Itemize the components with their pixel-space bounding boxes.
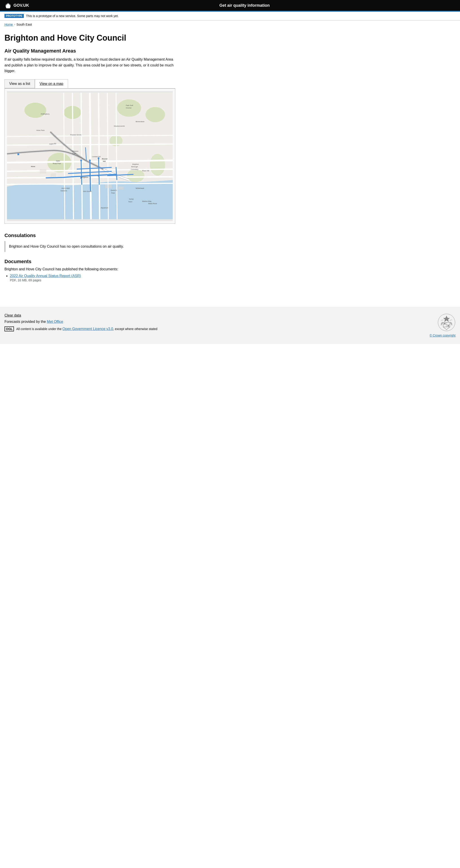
svg-rect-65 (105, 184, 112, 188)
forecasts-label: Forecasts provided by the (4, 320, 47, 323)
documents-intro: Brighton and Hove City Council has publi… (4, 267, 175, 271)
svg-rect-30 (18, 153, 19, 155)
svg-point-3 (25, 103, 46, 118)
svg-text:Park: Park (72, 153, 76, 155)
page-title: Brighton and Hove City Council (4, 33, 175, 43)
svg-text:Marina Way: Marina Way (142, 200, 151, 202)
breadcrumb-home[interactable]: Home (4, 23, 13, 26)
svg-rect-64 (51, 174, 56, 177)
map-container: Hove Hollingbury Park Golf Course Moulse… (4, 89, 175, 224)
prototype-banner: PROTOTYPE This is a prototype of a new s… (0, 12, 460, 21)
view-tabs: View as a list View on a map (4, 79, 175, 89)
header-title: Get air quality information (33, 3, 456, 8)
svg-text:Kemp: Kemp (129, 198, 134, 200)
svg-text:London Rd: London Rd (92, 156, 101, 158)
svg-text:Ann's Well: Ann's Well (62, 187, 70, 189)
coat-of-arms-icon (437, 313, 456, 331)
crown-icon (4, 2, 12, 8)
svg-text:Race Hill: Race Hill (142, 170, 149, 172)
svg-text:Park Golf: Park Golf (126, 104, 133, 106)
ogl-prefix: All content is available under the (16, 327, 62, 331)
svg-text:Queen's: Queen's (111, 189, 117, 191)
svg-point-9 (150, 154, 165, 176)
documents-list: 2022 Air Quality Annual Status Report (A… (4, 274, 175, 282)
svg-rect-66 (118, 187, 124, 190)
tab-list[interactable]: View as a list (4, 79, 35, 88)
svg-rect-0 (6, 7, 10, 8)
met-office-link[interactable]: Met Office (47, 320, 63, 323)
svg-point-26 (98, 157, 99, 159)
svg-text:Round: Round (102, 158, 108, 160)
svg-point-29 (98, 175, 99, 177)
svg-text:Hove: Hove (31, 165, 35, 167)
ogl-link[interactable]: Open Government Licence v3.0 (62, 327, 113, 331)
footer-left: Clear data Forecasts provided by the Met… (4, 313, 430, 331)
footer-right: © Crown copyright (430, 313, 456, 337)
breadcrumb-current: South East (17, 23, 32, 26)
svg-text:Road Park: Road Park (53, 162, 61, 164)
svg-text:Course: Course (126, 107, 131, 109)
consulations-section: Consulations Brighton and Hove City Coun… (4, 232, 175, 252)
svg-text:Gardens: Gardens (60, 190, 67, 192)
svg-point-6 (146, 107, 165, 122)
consulations-message: Brighton and Hove City Council has no op… (4, 241, 175, 252)
consulations-heading: Consulations (4, 232, 175, 239)
map-svg: Hove Hollingbury Park Golf Course Moulse… (7, 91, 173, 221)
header: GOV.UK Get air quality information (0, 0, 460, 11)
aqma-description: If air quality falls below required stan… (4, 57, 175, 74)
svg-text:Cemetery: Cemetery (131, 168, 139, 170)
ogl-suffix: , except where otherwise stated (113, 327, 157, 331)
prototype-message: This is a prototype of a new service. So… (26, 14, 119, 18)
documents-section: Documents Brighton and Hove City Council… (4, 259, 175, 282)
documents-heading: Documents (4, 259, 175, 265)
svg-text:Hove Park: Hove Park (36, 129, 44, 131)
document-link[interactable]: 2022 Air Quality Annual Status Report (A… (10, 274, 81, 278)
forecasts-text: Forecasts provided by the Met Office (4, 320, 430, 324)
ogl-badge: OGL (4, 327, 14, 331)
breadcrumb: Home › South East (0, 21, 460, 29)
svg-point-8 (127, 169, 145, 182)
footer: Clear data Forecasts provided by the Met… (0, 307, 460, 344)
svg-text:Aquarium: Aquarium (101, 207, 108, 209)
svg-text:Hollingbury: Hollingbury (41, 113, 50, 115)
svg-text:Hill: Hill (103, 160, 105, 162)
svg-text:Black Rock: Black Rock (148, 203, 157, 205)
svg-text:Park: Park (111, 192, 115, 194)
svg-point-72 (448, 325, 449, 327)
main-content: Brighton and Hove City Council Air Quali… (0, 29, 180, 298)
logo-text: GOV.UK (13, 3, 29, 8)
gov-uk-logo[interactable]: GOV.UK (4, 2, 29, 8)
svg-text:Preston Drove: Preston Drove (70, 134, 82, 136)
ogl-row: OGL All content is available under the O… (4, 327, 430, 331)
crown-copyright-link[interactable]: © Crown copyright (430, 334, 456, 337)
tab-map[interactable]: View on a map (35, 79, 68, 88)
svg-point-24 (89, 160, 91, 161)
svg-rect-63 (40, 169, 46, 173)
svg-point-71 (444, 323, 446, 324)
breadcrumb-separator: › (14, 23, 15, 26)
svg-text:Whitehawk: Whitehawk (136, 187, 144, 189)
svg-rect-1 (6, 8, 10, 8)
document-meta: PDF, 16 MB, 69 pages (10, 278, 175, 282)
svg-text:Brighton: Brighton (132, 163, 139, 165)
prototype-badge: PROTOTYPE (4, 14, 24, 18)
svg-text:Preston: Preston (72, 150, 79, 152)
map-image[interactable]: Hove Hollingbury Park Golf Course Moulse… (7, 91, 173, 221)
svg-text:Bevendean: Bevendean (136, 121, 145, 123)
svg-text:Elm Grove: Elm Grove (83, 190, 92, 192)
svg-text:Moulsecoomb: Moulsecoomb (114, 125, 125, 127)
svg-text:Borough: Borough (131, 166, 138, 168)
clear-data-link[interactable]: Clear data (4, 313, 21, 317)
svg-point-27 (89, 175, 91, 177)
ogl-text: All content is available under the Open … (16, 327, 157, 331)
svg-text:Dyke: Dyke (56, 160, 60, 162)
aqma-heading: Air Quality Management Areas (4, 48, 175, 54)
svg-text:Town: Town (128, 201, 132, 203)
document-item: 2022 Air Quality Annual Status Report (A… (10, 274, 175, 282)
svg-text:Brighton: Brighton (81, 176, 89, 178)
svg-point-25 (80, 160, 82, 161)
svg-line-17 (90, 93, 91, 219)
